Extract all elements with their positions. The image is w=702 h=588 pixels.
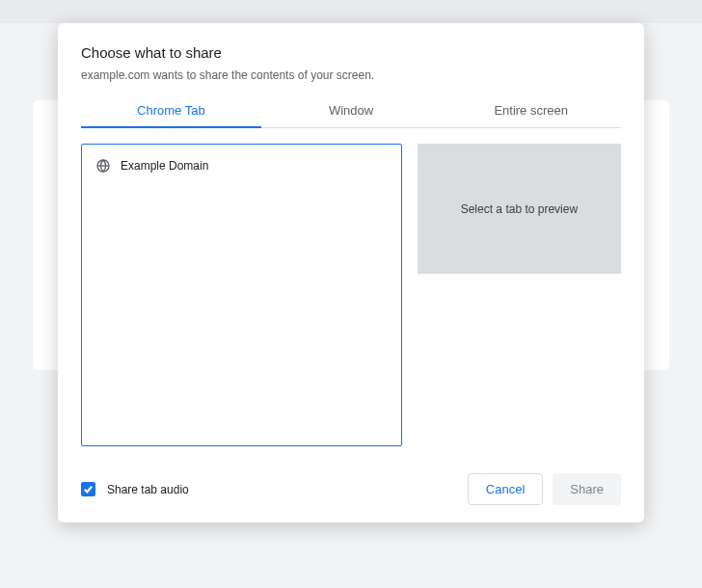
tab-label: Window <box>329 103 373 118</box>
dialog-title: Choose what to share <box>81 44 621 61</box>
cancel-button[interactable]: Cancel <box>468 473 543 505</box>
tab-entire-screen[interactable]: Entire screen <box>441 94 621 127</box>
share-button[interactable]: Share <box>553 473 621 505</box>
content-row: Example Domain Select a tab to preview <box>81 144 621 446</box>
tab-list[interactable]: Example Domain <box>81 144 402 446</box>
dialog-footer: Share tab audio Cancel Share <box>81 473 621 505</box>
preview-box: Select a tab to preview <box>418 144 621 274</box>
share-audio-checkbox[interactable] <box>81 482 95 496</box>
tab-label: Chrome Tab <box>137 103 205 118</box>
preview-placeholder: Select a tab to preview <box>461 202 578 216</box>
globe-icon <box>95 158 111 174</box>
browser-top-bar <box>0 0 702 23</box>
share-dialog: Choose what to share example.com wants t… <box>58 23 644 522</box>
share-type-tabs: Chrome Tab Window Entire screen <box>81 94 621 128</box>
dialog-subtitle: example.com wants to share the contents … <box>81 68 621 82</box>
tab-chrome-tab[interactable]: Chrome Tab <box>81 94 261 127</box>
tab-list-item-label: Example Domain <box>121 159 208 173</box>
tab-list-item[interactable]: Example Domain <box>88 150 395 181</box>
dialog-buttons: Cancel Share <box>468 473 621 505</box>
share-audio-label: Share tab audio <box>107 483 189 496</box>
share-audio-option[interactable]: Share tab audio <box>81 482 189 496</box>
tab-label: Entire screen <box>494 103 568 118</box>
tab-window[interactable]: Window <box>261 94 442 127</box>
